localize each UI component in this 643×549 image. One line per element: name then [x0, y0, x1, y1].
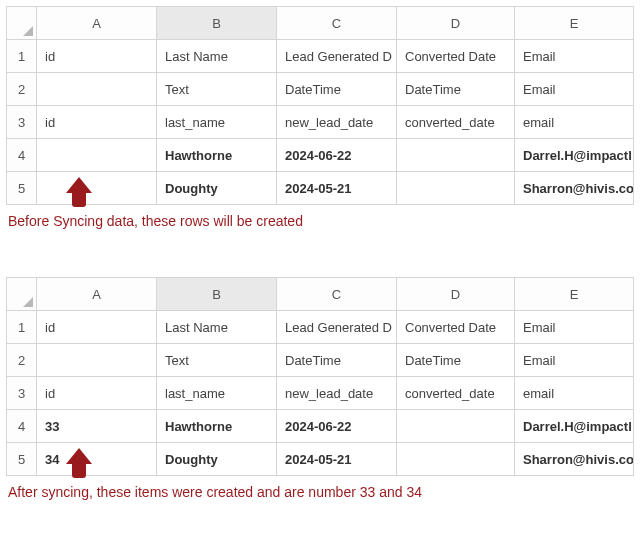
cell[interactable]: Darrel.H@impactl [515, 139, 634, 172]
cell[interactable]: DateTime [397, 344, 515, 377]
cell[interactable]: DateTime [397, 73, 515, 106]
col-header-c[interactable]: C [277, 278, 397, 311]
column-header-row: A B C D E [7, 278, 634, 311]
cell[interactable]: new_lead_date [277, 377, 397, 410]
cell[interactable]: Hawthorne [157, 410, 277, 443]
arrow-up-icon [66, 448, 92, 480]
cell[interactable]: converted_date [397, 377, 515, 410]
cell[interactable]: last_name [157, 106, 277, 139]
spreadsheet-before: A B C D E 1 id Last Name Lead Generated … [6, 6, 634, 205]
cell[interactable] [397, 410, 515, 443]
cell[interactable]: Doughty [157, 443, 277, 476]
cell[interactable]: 34 [37, 443, 157, 476]
col-header-c[interactable]: C [277, 7, 397, 40]
table-row: 5 Doughty 2024-05-21 Sharron@hivis.co [7, 172, 634, 205]
col-header-d[interactable]: D [397, 7, 515, 40]
cell[interactable]: 2024-05-21 [277, 172, 397, 205]
row-header[interactable]: 2 [7, 344, 37, 377]
cell[interactable]: 2024-05-21 [277, 443, 397, 476]
caption-after: After syncing, these items were created … [8, 484, 637, 500]
col-header-b[interactable]: B [157, 278, 277, 311]
col-header-a[interactable]: A [37, 278, 157, 311]
row-header[interactable]: 4 [7, 139, 37, 172]
table-row: 1 id Last Name Lead Generated D Converte… [7, 40, 634, 73]
cell[interactable] [397, 443, 515, 476]
cell[interactable] [397, 139, 515, 172]
cell[interactable]: Text [157, 73, 277, 106]
cell[interactable]: converted_date [397, 106, 515, 139]
cell[interactable]: Lead Generated D [277, 311, 397, 344]
row-header[interactable]: 4 [7, 410, 37, 443]
cell[interactable]: id [37, 106, 157, 139]
cell[interactable]: Converted Date [397, 311, 515, 344]
cell[interactable]: Text [157, 344, 277, 377]
cell[interactable]: Darrel.H@impactl [515, 410, 634, 443]
cell[interactable]: id [37, 311, 157, 344]
cell[interactable]: DateTime [277, 73, 397, 106]
cell[interactable]: last_name [157, 377, 277, 410]
col-header-e[interactable]: E [515, 278, 634, 311]
row-header[interactable]: 1 [7, 311, 37, 344]
cell[interactable]: Lead Generated D [277, 40, 397, 73]
table-row: 2 Text DateTime DateTime Email [7, 73, 634, 106]
cell[interactable]: Converted Date [397, 40, 515, 73]
cell[interactable]: 2024-06-22 [277, 410, 397, 443]
arrow-up-icon [66, 177, 92, 209]
row-header[interactable]: 5 [7, 443, 37, 476]
cell[interactable]: Last Name [157, 311, 277, 344]
spreadsheet-after: A B C D E 1 id Last Name Lead Generated … [6, 277, 634, 476]
select-all-icon [23, 297, 33, 307]
col-header-e[interactable]: E [515, 7, 634, 40]
cell[interactable]: 2024-06-22 [277, 139, 397, 172]
table-row: 1 id Last Name Lead Generated D Converte… [7, 311, 634, 344]
cell[interactable]: Doughty [157, 172, 277, 205]
cell[interactable] [397, 172, 515, 205]
table-row: 3 id last_name new_lead_date converted_d… [7, 106, 634, 139]
cell[interactable]: 33 [37, 410, 157, 443]
cell[interactable]: Email [515, 73, 634, 106]
select-all-icon [23, 26, 33, 36]
col-header-a[interactable]: A [37, 7, 157, 40]
cell[interactable] [37, 73, 157, 106]
column-header-row: A B C D E [7, 7, 634, 40]
col-header-d[interactable]: D [397, 278, 515, 311]
cell[interactable]: Last Name [157, 40, 277, 73]
cell[interactable]: Email [515, 311, 634, 344]
cell[interactable] [37, 172, 157, 205]
row-header[interactable]: 2 [7, 73, 37, 106]
cell[interactable]: Sharron@hivis.co [515, 443, 634, 476]
cell[interactable]: new_lead_date [277, 106, 397, 139]
caption-before: Before Syncing data, these rows will be … [8, 213, 637, 229]
table-row: 4 33 Hawthorne 2024-06-22 Darrel.H@impac… [7, 410, 634, 443]
row-header[interactable]: 5 [7, 172, 37, 205]
col-header-b[interactable]: B [157, 7, 277, 40]
cell[interactable]: id [37, 40, 157, 73]
cell[interactable]: DateTime [277, 344, 397, 377]
cell[interactable]: Hawthorne [157, 139, 277, 172]
cell[interactable]: Sharron@hivis.co [515, 172, 634, 205]
cell[interactable]: email [515, 106, 634, 139]
cell[interactable] [37, 139, 157, 172]
row-header[interactable]: 1 [7, 40, 37, 73]
table-row: 3 id last_name new_lead_date converted_d… [7, 377, 634, 410]
cell[interactable]: id [37, 377, 157, 410]
cell[interactable]: Email [515, 40, 634, 73]
table-row: 2 Text DateTime DateTime Email [7, 344, 634, 377]
cell[interactable] [37, 344, 157, 377]
select-all-corner[interactable] [7, 7, 37, 40]
select-all-corner[interactable] [7, 278, 37, 311]
table-row: 4 Hawthorne 2024-06-22 Darrel.H@impactl [7, 139, 634, 172]
row-header[interactable]: 3 [7, 106, 37, 139]
cell[interactable]: email [515, 377, 634, 410]
row-header[interactable]: 3 [7, 377, 37, 410]
table-row: 5 34 Doughty 2024-05-21 Sharron@hivis.co [7, 443, 634, 476]
cell[interactable]: Email [515, 344, 634, 377]
